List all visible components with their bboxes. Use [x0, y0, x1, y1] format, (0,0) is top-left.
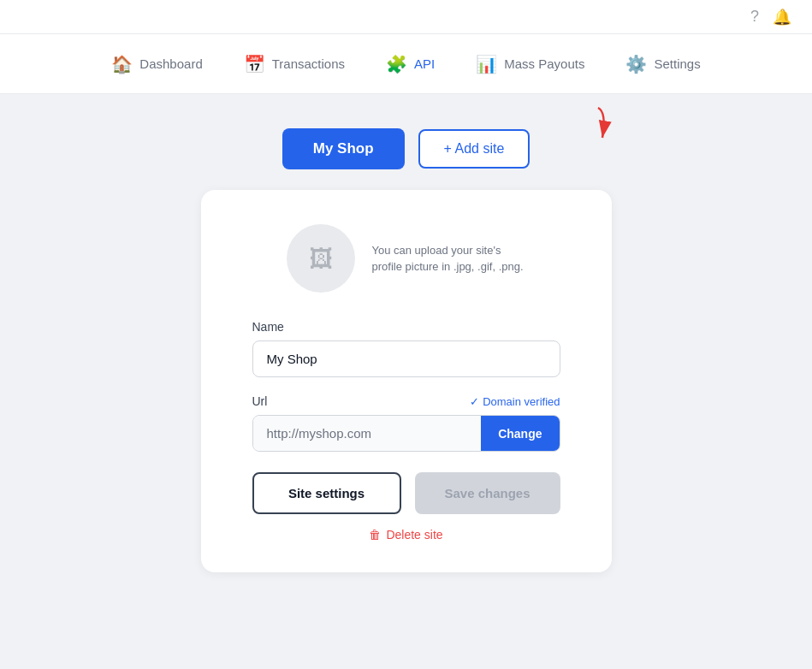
checkmark-icon: ✓: [470, 395, 479, 408]
url-field-group: Url ✓ Domain verified Change: [252, 394, 560, 452]
dashboard-icon: 🏠: [111, 54, 133, 74]
my-shop-button[interactable]: My Shop: [282, 128, 405, 169]
bell-icon[interactable]: 🔔: [773, 8, 791, 27]
main-content: My Shop + Add site 🖼: [0, 94, 812, 607]
nav-item-api[interactable]: 🧩 API: [382, 47, 438, 81]
photo-icon: 🖼: [309, 245, 333, 273]
settings-icon: ⚙️: [625, 54, 647, 74]
url-input[interactable]: [253, 416, 482, 451]
nav-label-transactions: Transactions: [272, 56, 345, 71]
upload-avatar[interactable]: 🖼: [287, 224, 355, 293]
site-settings-card: 🖼 You can upload your site's profile pic…: [201, 190, 612, 572]
site-selector-row: My Shop + Add site: [282, 128, 530, 169]
action-buttons-row: Site settings Save changes: [252, 472, 560, 514]
upload-hint-text: You can upload your site's profile pictu…: [372, 242, 526, 275]
nav-item-transactions[interactable]: 📅 Transactions: [240, 47, 348, 81]
nav-label-dashboard: Dashboard: [139, 56, 202, 71]
name-label: Name: [252, 320, 560, 334]
domain-verified-badge: ✓ Domain verified: [470, 395, 560, 408]
delete-site-label: Delete site: [386, 528, 442, 542]
main-nav: 🏠 Dashboard 📅 Transactions 🧩 API 📊 Mass …: [0, 34, 812, 94]
delete-site-button[interactable]: 🗑 Delete site: [369, 528, 442, 542]
add-site-container: + Add site: [418, 129, 530, 169]
url-input-row: Change: [252, 415, 560, 452]
top-bar: ? 🔔: [0, 0, 812, 34]
nav-item-settings[interactable]: ⚙️ Settings: [622, 47, 703, 81]
help-icon[interactable]: ?: [750, 8, 759, 26]
nav-item-mass-payouts[interactable]: 📊 Mass Payouts: [472, 47, 588, 81]
trash-icon: 🗑: [369, 528, 381, 542]
nav-label-mass-payouts: Mass Payouts: [504, 56, 584, 71]
change-url-button[interactable]: Change: [481, 416, 559, 451]
delete-row: 🗑 Delete site: [252, 528, 560, 542]
site-settings-button[interactable]: Site settings: [252, 472, 401, 514]
name-field-group: Name: [252, 320, 560, 377]
nav-item-dashboard[interactable]: 🏠 Dashboard: [108, 47, 205, 81]
url-label: Url: [252, 394, 268, 408]
name-input[interactable]: [252, 340, 560, 377]
api-icon: 🧩: [386, 54, 407, 74]
mass-payouts-icon: 📊: [476, 54, 497, 74]
url-label-row: Url ✓ Domain verified: [252, 394, 560, 408]
upload-row: 🖼 You can upload your site's profile pic…: [252, 224, 560, 293]
nav-label-api: API: [414, 56, 435, 71]
add-site-button[interactable]: + Add site: [418, 129, 530, 169]
transactions-icon: 📅: [244, 54, 265, 74]
domain-verified-text: Domain verified: [483, 395, 560, 408]
save-changes-button: Save changes: [415, 472, 560, 514]
nav-label-settings: Settings: [654, 56, 700, 71]
